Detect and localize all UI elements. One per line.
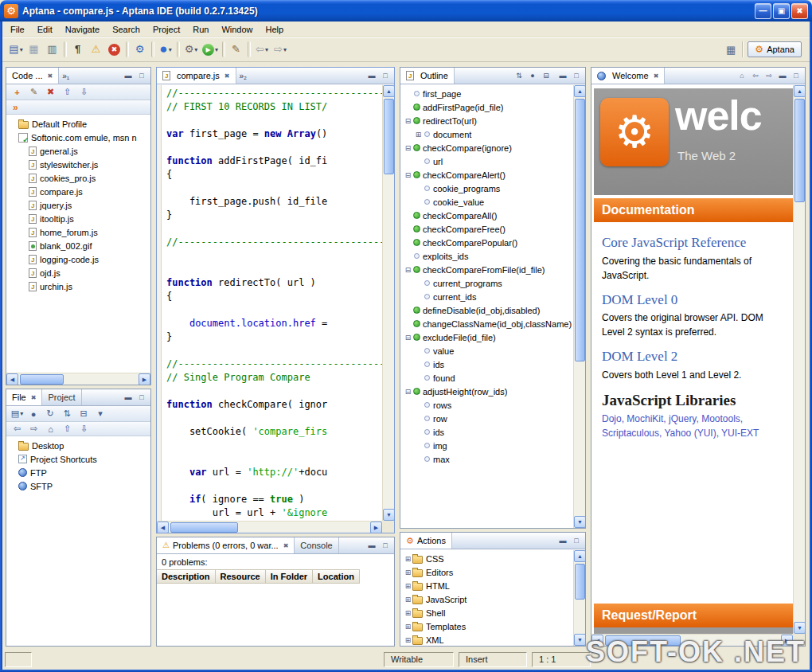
scroll-left-button[interactable]: ◀ [6, 373, 18, 385]
toolbar-button[interactable]: ⚠ [88, 41, 105, 58]
scroll-down-button[interactable]: ▼ [794, 622, 806, 634]
minimize-panel-button[interactable]: ▬ [557, 71, 568, 81]
tab-problems[interactable]: ⚠ Problems (0 errors, 0 war... ✖ [157, 537, 295, 553]
close-icon[interactable]: ✖ [283, 542, 289, 549]
scroll-up-button[interactable]: ▲ [794, 85, 806, 97]
close-icon[interactable]: ✖ [31, 394, 37, 401]
forward-button[interactable]: ⇨ [763, 71, 775, 81]
tree-item[interactable]: ⊞ Templates [400, 619, 573, 633]
toolbar-button[interactable] [222, 41, 225, 57]
tab-welcome[interactable]: Welcome ✖ [591, 68, 665, 84]
panel-tool-button[interactable]: ✎ [27, 86, 41, 99]
tree-item[interactable]: ⊞ CSS [400, 552, 573, 565]
scroll-up-button[interactable]: ▲ [574, 85, 586, 97]
tree-item[interactable]: Softonic.com emule, msn n [6, 131, 150, 144]
panel-tool-button[interactable]: ⇅ [61, 408, 74, 420]
panel-tool-button[interactable]: ⇅ [513, 71, 525, 81]
tree-item[interactable]: ⊟ redirectTo(url) [400, 114, 573, 127]
toolbar-button[interactable] [126, 41, 129, 57]
tree-item[interactable]: cookie_value [400, 195, 573, 209]
tree-item[interactable]: SFTP [6, 479, 150, 493]
scrollbar-thumb[interactable] [575, 99, 585, 361]
tab-file[interactable]: File ✖ [6, 389, 42, 405]
tree-expander[interactable]: ⊟ [404, 144, 412, 152]
tree-item[interactable]: Desktop [6, 439, 150, 452]
section-heading[interactable]: JavaScript Libraries [602, 392, 785, 409]
request-report-banner[interactable]: Request/Report [594, 604, 793, 627]
toolbar-button[interactable]: ▤ ▾ [7, 41, 25, 58]
tree-item[interactable]: checkComparePopular() [400, 236, 573, 249]
tree-item[interactable]: ⊟ checkCompareFromFile(id_file) [400, 263, 573, 276]
tree-item[interactable]: addFirstPage(id_file) [400, 100, 573, 114]
minimize-panel-button[interactable]: ▬ [557, 536, 568, 546]
tree-expander[interactable]: ⊞ [404, 636, 412, 644]
scrollbar-thumb[interactable] [794, 99, 805, 202]
toolbar-button[interactable]: ● ▾ [157, 41, 174, 58]
scrollbar-thumb[interactable] [384, 99, 394, 174]
tree-item[interactable]: compare.js [6, 185, 150, 198]
tree-expander[interactable]: ⊞ [404, 623, 412, 631]
table-column-header[interactable]: Resource [216, 569, 266, 584]
section-heading[interactable]: Core JavaScript Reference [602, 235, 785, 251]
close-icon[interactable]: ✖ [654, 72, 659, 80]
minimize-panel-button[interactable]: ▬ [366, 541, 377, 551]
toolbar-button[interactable]: ▦ [25, 41, 43, 58]
toolbar-button[interactable]: ¶ [69, 41, 87, 58]
tab-code[interactable]: Code ... ✖ [6, 68, 59, 84]
panel-tool-button[interactable]: ⊟ [541, 71, 552, 81]
minimize-panel-button[interactable]: ▬ [123, 393, 134, 403]
tree-item[interactable]: ⊞ Shell [400, 606, 573, 619]
scroll-down-button[interactable]: ▼ [383, 509, 395, 521]
tree-item[interactable]: ⊟ checkCompareAlert() [400, 168, 573, 182]
panel-tool-button[interactable]: ✖ [44, 86, 57, 99]
toolbar-button[interactable]: ⇨ ▾ [271, 41, 289, 58]
tree-item[interactable]: ⊞ Editors [400, 565, 573, 579]
tree-expander[interactable]: ⊟ [404, 266, 412, 274]
tree-item[interactable]: ⊟ checkCompare(ignore) [400, 141, 573, 154]
tree-item[interactable]: cookie_programs [400, 182, 573, 195]
tree-item[interactable]: ⊞ HTML [400, 579, 573, 592]
menu-item[interactable]: Project [146, 23, 186, 36]
maximize-panel-button[interactable]: □ [136, 71, 147, 81]
table-column-header[interactable]: Description [157, 569, 216, 584]
tree-item[interactable]: logging-code.js [6, 252, 150, 266]
toolbar-button[interactable]: ✖ [106, 41, 123, 58]
tab-project[interactable]: Project [42, 389, 81, 405]
tree-item[interactable]: max [400, 452, 573, 466]
tree-item[interactable]: styleswitcher.js [6, 158, 150, 171]
tree-expander[interactable]: ⊞ [414, 131, 423, 139]
toolbar-button[interactable] [151, 41, 154, 57]
editor-code-area[interactable]: //--------------------------------------… [166, 87, 382, 521]
close-icon[interactable]: ✖ [224, 72, 230, 80]
panel-tool-button[interactable]: ⇧ [61, 86, 74, 99]
tree-item[interactable]: checkCompareAll() [400, 209, 573, 222]
tree-item[interactable]: img [400, 439, 573, 452]
tree-expander[interactable]: ⊞ [404, 555, 412, 563]
tree-item[interactable]: FTP [6, 466, 150, 479]
maximize-panel-button[interactable]: □ [571, 71, 582, 81]
tree-item[interactable]: current_ids [400, 290, 573, 303]
scroll-right-button[interactable]: ▶ [139, 373, 150, 385]
panel-tool-button[interactable]: ↻ [44, 408, 57, 420]
tree-item[interactable]: checkCompareFree() [400, 222, 573, 236]
tree-item[interactable]: current_programs [400, 276, 573, 290]
table-column-header[interactable]: In Folder [266, 569, 313, 584]
tree-item[interactable]: changeClassName(id_obj,className) [400, 317, 573, 330]
scroll-left-button[interactable]: ◀ [157, 522, 169, 533]
tree-item[interactable]: Default Profile [6, 117, 150, 131]
tree-item[interactable]: ⊞ document [400, 127, 573, 141]
scroll-up-button[interactable]: ▲ [574, 550, 586, 562]
restore-button[interactable]: ▣ [773, 3, 790, 19]
toolbar-button[interactable]: ⇦ ▾ [253, 41, 271, 58]
scroll-up-button[interactable]: ▲ [383, 85, 395, 97]
minimize-panel-button[interactable]: ▬ [123, 71, 134, 81]
tree-item[interactable]: found [400, 371, 573, 385]
menu-item[interactable]: Search [106, 23, 146, 36]
horizontal-scrollbar[interactable]: ◀ ▶ [591, 634, 793, 646]
toolbar-button[interactable]: ▥ [44, 41, 61, 58]
aptana-perspective-button[interactable]: ⚙ Aptana [748, 41, 802, 57]
toolbar-button[interactable]: ⚙ [131, 41, 149, 58]
tree-item[interactable]: home_forum.js [6, 225, 150, 239]
scrollbar-thumb[interactable] [605, 635, 681, 646]
scroll-down-button[interactable]: ▼ [574, 634, 586, 646]
